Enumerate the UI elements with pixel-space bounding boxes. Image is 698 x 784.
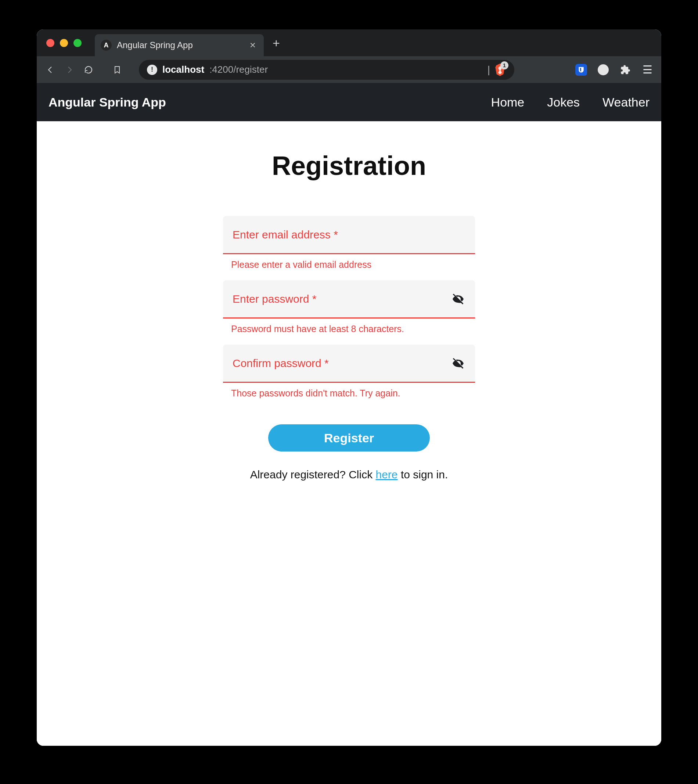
window-fullscreen-button[interactable] [74,39,82,47]
nav-link-home[interactable]: Home [491,95,525,109]
window-minimize-button[interactable] [60,39,68,47]
url-host: localhost [162,64,204,75]
address-bar-right: | 1 [487,64,506,76]
bitwarden-extension-icon[interactable] [575,64,587,76]
window-close-button[interactable] [46,39,54,47]
new-tab-button[interactable]: + [273,37,280,49]
register-button[interactable]: Register [268,424,430,451]
tab-close-button[interactable]: × [250,40,256,50]
signin-prefix: Already registered? Click [250,468,376,481]
nav-link-weather[interactable]: Weather [603,95,650,109]
app-brand[interactable]: Angular Spring App [48,95,166,109]
url-separator: | [487,64,490,76]
bookmark-button[interactable] [112,64,123,75]
browser-menu-button[interactable]: ☰ [641,64,653,76]
email-label: Enter email address * [232,229,466,241]
password-label: Enter password * [232,293,451,305]
url-toolbar: ! localhost:4200/register | 1 ☰ [37,56,661,83]
forward-button[interactable] [64,64,75,75]
confirm-label: Confirm password * [232,357,451,370]
nav-links: Home Jokes Weather [491,95,650,109]
toolbar-right: ☰ [575,64,653,76]
address-bar[interactable]: ! localhost:4200/register | 1 [139,60,514,80]
email-field[interactable]: Enter email address * [223,216,475,254]
angular-favicon: A [100,40,112,51]
password-error: Password must have at least 8 characters… [223,318,475,334]
page-content: Registration Enter email address * Pleas… [37,121,661,746]
email-field-wrap: Enter email address * Please enter a val… [223,216,475,270]
submit-row: Register [223,424,475,451]
back-button[interactable] [45,64,56,75]
browser-window: A Angular Spring App × + ! localhost:420… [37,30,661,746]
email-error: Please enter a valid email address [223,254,475,270]
page-title: Registration [272,151,426,181]
site-info-icon[interactable]: ! [147,65,157,75]
url-path: :4200/register [209,64,268,75]
confirm-field-wrap: Confirm password * Those passwords didn'… [223,344,475,399]
tab-bar: A Angular Spring App × + [37,30,661,56]
extension-icon[interactable] [598,64,609,76]
registration-form: Enter email address * Please enter a val… [223,216,475,481]
app-navbar: Angular Spring App Home Jokes Weather [37,83,661,121]
brave-shields-count: 1 [500,61,509,69]
tab-title: Angular Spring App [117,40,245,50]
password-field[interactable]: Enter password * [223,280,475,318]
visibility-off-icon[interactable] [451,292,466,306]
signin-link[interactable]: here [376,468,398,481]
traffic-lights [46,39,82,47]
visibility-off-icon[interactable] [451,356,466,371]
signin-suffix: to sign in. [398,468,448,481]
browser-tab[interactable]: A Angular Spring App × [95,34,264,56]
confirm-error: Those passwords didn't match. Try again. [223,383,475,399]
extensions-menu-icon[interactable] [619,64,631,76]
brave-shields-icon[interactable]: 1 [494,64,506,76]
nav-link-jokes[interactable]: Jokes [547,95,580,109]
password-field-wrap: Enter password * Password must have at l… [223,280,475,334]
signin-row: Already registered? Click here to sign i… [223,468,475,481]
reload-button[interactable] [83,64,94,75]
confirm-password-field[interactable]: Confirm password * [223,344,475,383]
